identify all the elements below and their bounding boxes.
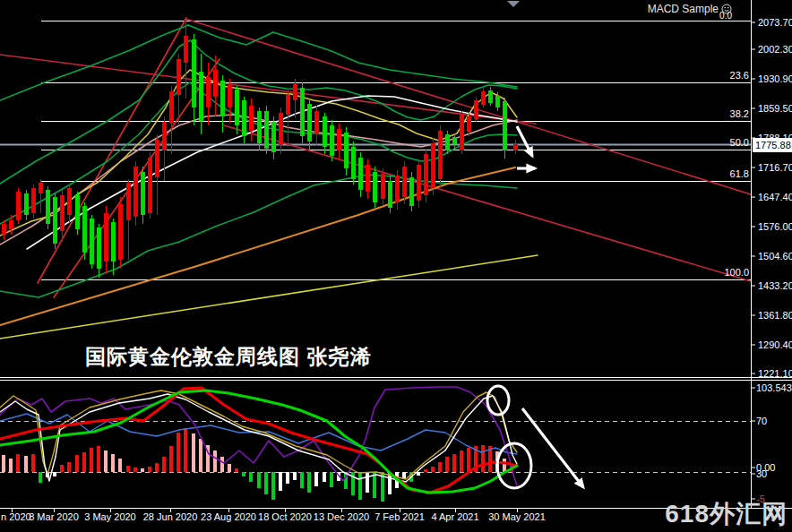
candle-body: [155, 140, 159, 177]
macd-histogram-bar: [31, 454, 35, 472]
trading-chart-window: 2073.702002.301930.901859.501788.101716.…: [0, 0, 792, 532]
macd-histogram-bar: [402, 472, 406, 478]
candle-body: [467, 116, 471, 132]
macd-histogram-bar: [90, 448, 93, 472]
ea-name-label: MACD Sample: [648, 3, 719, 15]
candle-body: [90, 219, 94, 264]
macd-histogram-bar: [358, 472, 362, 500]
candle-body: [481, 91, 486, 105]
candle-body: [388, 181, 392, 208]
candle-body: [169, 91, 174, 124]
fib-level-label: 100.0: [724, 267, 749, 278]
candle-body: [495, 96, 500, 107]
candle-body: [67, 188, 72, 215]
price-axis-label: 1647.40: [758, 192, 792, 202]
candle-body: [192, 39, 196, 107]
macd-histogram-bar: [228, 464, 231, 472]
macd-histogram-bar: [75, 455, 79, 472]
candle-body: [271, 122, 276, 152]
macd-histogram-bar: [481, 445, 485, 472]
price-axis-label: 1361.80: [758, 310, 792, 321]
chart-title-annotation: 国际黄金伦敦金周线图 张尧浠: [85, 343, 371, 371]
time-axis-label: 28 Jun 2020: [143, 511, 198, 522]
macd-histogram-bar: [323, 472, 326, 482]
candle-body: [235, 90, 239, 125]
macd-histogram-bar: [271, 472, 275, 500]
candle-body: [82, 206, 87, 253]
candle-body: [16, 192, 21, 220]
macd-histogram-bar: [249, 472, 253, 482]
ea-status-label[interactable]: MACD Sample: [648, 3, 732, 15]
time-axis-label: 30 May 2021: [488, 511, 546, 522]
fib-level-label: 38.2: [730, 108, 749, 119]
candle-body: [148, 158, 152, 213]
price-axis-label: 2002.30: [758, 44, 792, 55]
candle-body: [513, 144, 518, 150]
candle-body: [133, 167, 138, 217]
candle-body: [488, 90, 493, 103]
macd-histogram-bar: [67, 462, 71, 472]
macd-histogram-bar: [431, 467, 435, 472]
macd-histogram-bar: [82, 452, 86, 472]
candle-body: [431, 143, 435, 188]
candle-body: [323, 116, 327, 147]
candle-body: [264, 111, 269, 149]
candle-body: [351, 147, 356, 179]
time-axis-label: 13 Dec 2020: [314, 511, 369, 522]
time-axis-label: 7 Feb 2021: [374, 511, 425, 522]
macd-histogram-bar: [199, 439, 202, 472]
macd-histogram-bar: [162, 457, 166, 472]
candle-body: [373, 172, 377, 202]
candle-body: [279, 113, 283, 145]
candle-body: [60, 195, 65, 231]
candle-body: [9, 220, 13, 229]
indicator-axis-label: 70: [756, 416, 767, 426]
price-axis-label: 1290.40: [758, 339, 792, 350]
macd-histogram-bar: [279, 472, 282, 491]
macd-histogram-bar: [169, 446, 173, 472]
macd-histogram-bar: [184, 428, 187, 472]
macd-histogram-bar: [242, 472, 245, 476]
candle-body: [474, 100, 478, 119]
candle-body: [184, 36, 188, 63]
candle-body: [46, 190, 50, 224]
candle-body: [176, 59, 181, 95]
candle-body: [503, 101, 507, 150]
macd-histogram-bar: [467, 448, 470, 472]
macd-histogram-bar: [330, 472, 333, 487]
time-axis-label: 8 Mar 2020: [29, 511, 79, 522]
macd-histogram-bar: [133, 468, 137, 472]
macd-histogram-bar: [141, 468, 144, 472]
fib-level-label: 61.8: [730, 168, 749, 179]
candle-body: [257, 111, 262, 143]
candle-body: [249, 106, 254, 131]
candle-body: [104, 213, 108, 262]
macd-histogram-bar: [192, 433, 195, 472]
price-axis-label: 1221.10: [758, 368, 792, 379]
candle-body: [228, 85, 232, 107]
candle-body: [39, 183, 43, 193]
candle-body: [242, 100, 246, 136]
macd-histogram-bar: [452, 454, 456, 472]
candle-body: [24, 193, 29, 215]
macd-histogram-bar: [60, 465, 64, 472]
candle-body: [452, 137, 457, 144]
current-price-label: 1775.88: [755, 140, 791, 150]
candle-body: [381, 174, 385, 199]
candle-body: [460, 115, 464, 150]
macd-histogram-bar: [460, 450, 463, 472]
macd-histogram-bar: [53, 472, 56, 476]
candle-body: [162, 122, 167, 150]
candle-body: [75, 195, 80, 229]
macd-histogram-bar: [293, 472, 297, 480]
time-axis-label: n 2020: [1, 511, 31, 522]
fib-level-label: 23.6: [730, 70, 749, 81]
macd-histogram-bar: [307, 472, 311, 493]
candle-body: [409, 177, 414, 206]
candle-body: [53, 197, 57, 244]
candle-body: [286, 95, 290, 115]
candle-body: [2, 224, 6, 235]
candle-body: [293, 84, 297, 100]
macd-histogram-bar: [366, 472, 369, 493]
macd-histogram-bar: [111, 454, 115, 472]
